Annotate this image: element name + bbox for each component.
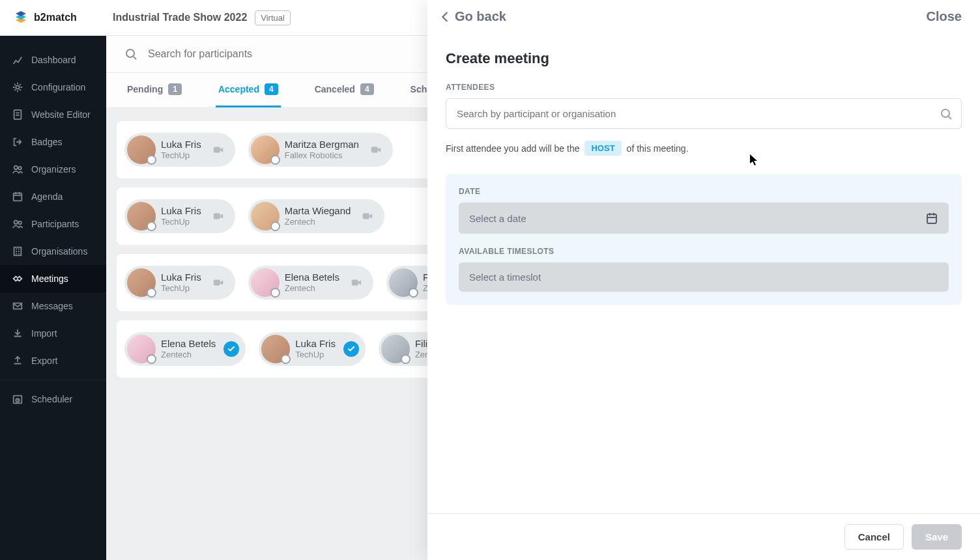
tab-count: 1 <box>168 83 182 95</box>
attendee-search-wrapper <box>446 98 962 129</box>
go-back-button[interactable]: Go back <box>439 9 506 24</box>
participant-org: TechUp <box>161 150 201 161</box>
avatar <box>127 202 156 231</box>
sidebar-item-label: Import <box>31 328 57 339</box>
logout-icon <box>12 136 23 148</box>
sidebar-item-label: Participants <box>31 219 79 229</box>
event-mode-badge: Virtual <box>255 10 291 25</box>
sidebar-item-label: Scheduler <box>31 394 72 404</box>
participant-name: Luka Fris <box>161 272 201 283</box>
search-icon <box>124 48 137 61</box>
save-button[interactable]: Save <box>912 524 962 550</box>
sidebar-item-organisations[interactable]: Organisations <box>0 238 106 265</box>
avatar <box>127 335 156 363</box>
video-icon <box>358 210 377 223</box>
timeslot-label: AVAILABLE TIMESLOTS <box>459 247 949 256</box>
participant-chip[interactable]: Elena BetelsZentech <box>124 332 246 366</box>
participant-org: TechUp <box>161 217 201 227</box>
logo-icon <box>13 10 29 25</box>
note-after: of this meeting. <box>627 143 689 154</box>
video-icon <box>209 143 227 156</box>
sidebar-item-messages[interactable]: Messages <box>0 292 106 320</box>
avatar <box>261 335 290 363</box>
sidebar-item-meetings[interactable]: Meetings <box>0 265 106 292</box>
avatar <box>389 268 418 297</box>
chip-text: Luka FrisTechUp <box>161 139 201 161</box>
attendees-label: ATTENDEES <box>446 83 962 92</box>
participant-name: Luka Fris <box>295 338 336 350</box>
sidebar-item-label: Export <box>31 356 57 366</box>
participant-chip[interactable]: Luka FrisTechUp <box>259 332 366 366</box>
tab-canceled[interactable]: Canceled4 <box>312 73 377 107</box>
attendee-search-input[interactable] <box>446 98 962 129</box>
cancel-button[interactable]: Cancel <box>844 524 904 550</box>
sidebar-item-label: Website Editor <box>31 109 91 120</box>
timeslot-placeholder: Select a timeslot <box>469 272 541 283</box>
tab-label: Canceled <box>315 84 355 94</box>
users-icon <box>12 218 23 230</box>
sidebar-item-export[interactable]: Export <box>0 347 106 374</box>
panel-header: Go back Close <box>427 0 980 28</box>
chip-text: Marta WiegandZentech <box>285 205 351 227</box>
search-icon <box>940 107 953 120</box>
participant-org: TechUp <box>161 283 201 294</box>
building-icon <box>12 245 23 257</box>
sidebar-item-organizers[interactable]: Organizers <box>0 156 106 183</box>
participant-chip[interactable]: Maritza BergmanFallex Robotics <box>248 133 393 167</box>
avatar <box>251 135 280 164</box>
timeslot-select[interactable]: Select a timeslot <box>459 262 949 292</box>
participant-org: Zentech <box>285 283 339 294</box>
date-placeholder: Select a date <box>469 213 526 224</box>
tab-pending[interactable]: Pending1 <box>124 73 184 107</box>
host-note: First attendee you add will be the HOST … <box>446 141 962 156</box>
event-title: Industrial Trade Show 2022 <box>113 12 247 23</box>
chart-icon <box>12 54 23 66</box>
doc-icon <box>12 109 23 120</box>
close-button[interactable]: Close <box>927 9 962 24</box>
logo[interactable]: b2match <box>0 10 106 25</box>
participant-org: Fallex Robotics <box>285 150 359 161</box>
sidebar-item-dashboard[interactable]: Dashboard <box>0 46 106 74</box>
sidebar: DashboardConfigurationWebsite EditorBadg… <box>0 36 106 560</box>
chip-text: Maritza BergmanFallex Robotics <box>285 139 359 161</box>
chip-text: Luka FrisTechUp <box>295 338 336 360</box>
sidebar-item-agenda[interactable]: Agenda <box>0 183 106 210</box>
chip-text: Elena BetelsZentech <box>161 338 216 360</box>
sidebar-item-configuration[interactable]: Configuration <box>0 74 106 101</box>
participant-search-input[interactable] <box>148 48 409 60</box>
avatar <box>127 268 156 297</box>
participant-org: TechUp <box>295 350 336 360</box>
tab-accepted[interactable]: Accepted4 <box>216 73 281 107</box>
gear-icon <box>12 81 23 93</box>
participant-name: Elena Betels <box>161 338 216 350</box>
sidebar-item-badges[interactable]: Badges <box>0 128 106 156</box>
participant-chip[interactable]: Luka FrisTechUp <box>124 266 235 300</box>
sidebar-item-label: Meetings <box>31 273 68 284</box>
sidebar-item-label: Configuration <box>31 82 85 92</box>
participant-chip[interactable]: Luka FrisTechUp <box>124 199 235 233</box>
sidebar-item-participants[interactable]: Participants <box>0 210 106 238</box>
sidebar-item-website-editor[interactable]: Website Editor <box>0 101 106 128</box>
logo-text: b2match <box>34 12 77 23</box>
video-icon <box>209 276 227 289</box>
users-icon <box>12 163 23 175</box>
participant-chip[interactable]: Luka FrisTechUp <box>124 133 235 167</box>
avatar <box>127 135 156 164</box>
panel-footer: Cancel Save <box>427 513 980 560</box>
sidebar-item-label: Dashboard <box>31 55 76 65</box>
sidebar-item-scheduler[interactable]: Scheduler <box>0 385 106 413</box>
participant-name: Elena Betels <box>285 272 339 283</box>
sidebar-item-import[interactable]: Import <box>0 320 106 347</box>
participant-chip[interactable]: Marta WiegandZentech <box>248 199 385 233</box>
avatar <box>251 202 280 231</box>
date-select[interactable]: Select a date <box>459 203 949 234</box>
participant-name: Luka Fris <box>161 139 201 150</box>
participant-chip[interactable]: Elena BetelsZentech <box>248 266 373 300</box>
panel-title: Create meeting <box>446 50 962 67</box>
tab-count: 4 <box>265 83 278 95</box>
participant-name: Luka Fris <box>161 205 201 217</box>
participant-org: Zentech <box>161 350 216 360</box>
check-icon <box>223 341 239 357</box>
arrow-left-icon <box>439 10 451 24</box>
chip-text: Luka FrisTechUp <box>161 272 201 294</box>
